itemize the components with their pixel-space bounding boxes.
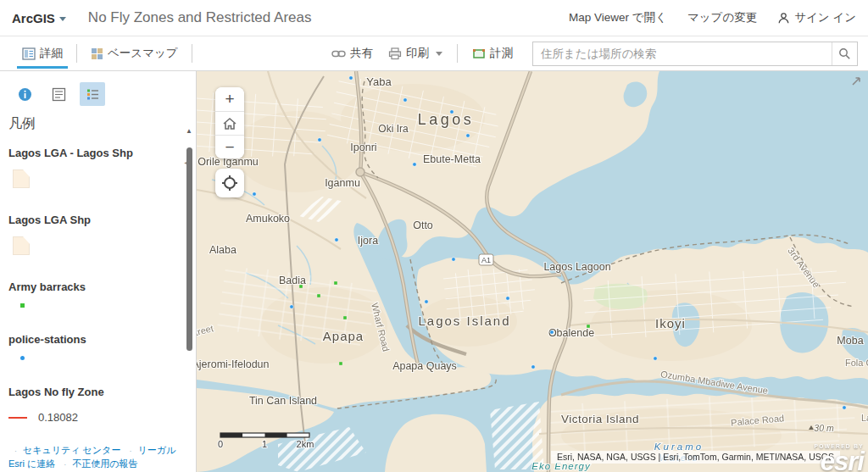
police-station-dot[interactable] [253, 192, 257, 197]
security-center-link[interactable]: セキュリティ センター [23, 445, 120, 455]
details-label: 詳細 [40, 46, 63, 61]
expand-map-button[interactable] [850, 75, 863, 91]
page-title: No Fly Zones and Restricted Areas [88, 9, 312, 26]
army-barracks-dot[interactable] [339, 362, 342, 365]
police-station-dot[interactable] [413, 163, 417, 167]
army-barracks-dot[interactable] [343, 316, 347, 319]
map-label: Ajeromi-Ifelodun [197, 358, 270, 370]
measure-icon [472, 47, 486, 59]
map-label: Alaba [209, 244, 236, 256]
zoom-in-button[interactable]: + [215, 87, 244, 111]
measure-label: 計測 [490, 46, 513, 61]
arcgis-logo[interactable]: ArcGIS [12, 11, 55, 25]
scrollbar-thumb[interactable] [186, 147, 192, 351]
map-label: Badia [279, 275, 306, 286]
search-input[interactable] [533, 47, 832, 60]
police-station-dot[interactable] [425, 300, 429, 304]
print-button[interactable]: 印刷 [381, 46, 450, 61]
police-station-dot[interactable] [466, 134, 470, 138]
police-station-dot[interactable] [450, 110, 454, 114]
locate-icon [221, 175, 238, 192]
footer-dot: · [64, 460, 66, 469]
home-button[interactable] [215, 111, 244, 135]
sidebar-scrollbar[interactable]: ▲ ▼ [186, 137, 194, 436]
arcgis-map-viewer: ArcGIS No Fly Zones and Restricted Areas… [0, 0, 868, 472]
details-icon [22, 47, 36, 60]
police-station-dot[interactable] [531, 365, 536, 369]
map-label: Ijora [358, 235, 378, 247]
basemap-icon [91, 47, 103, 60]
police-station-dot[interactable] [550, 330, 554, 335]
zoom-out-button[interactable]: − [215, 135, 244, 158]
esri-wordmark: esri [815, 449, 864, 472]
map-label: Lagos Island [418, 314, 510, 328]
army-barracks-dot[interactable] [587, 325, 590, 328]
app-header: ArcGIS No Fly Zones and Restricted Areas… [0, 0, 868, 36]
legend-list: Lagos LGA - Lagos ShpLagos LGA ShpArmy b… [0, 133, 196, 472]
basemap: A1 YabaLagosOki IraIponriEbute-MettaIgan… [197, 71, 868, 472]
legend-line-row: 0.18082 [8, 411, 187, 424]
map-label: Iganmu [325, 177, 360, 189]
search-box [532, 42, 858, 66]
modify-map-link[interactable]: マップの変更 [687, 10, 757, 25]
police-station-dot[interactable] [335, 238, 339, 242]
open-in-map-viewer-link[interactable]: Map Viewer で開く [569, 10, 667, 25]
search-button[interactable] [832, 42, 857, 65]
police-station-dot[interactable] [349, 76, 353, 81]
legend-item-label: Lagos No fly Zone [8, 386, 187, 398]
sign-in-link[interactable]: サイン イン [777, 10, 856, 25]
sign-in-label: サイン イン [794, 10, 856, 25]
basemap-label: ベースマップ [108, 46, 178, 61]
home-icon [222, 117, 237, 130]
esri-logo: POWERED BY esri [815, 443, 864, 472]
police-station-dot[interactable] [654, 357, 658, 361]
scroll-up-arrow[interactable]: ▲ [186, 127, 192, 135]
search-icon [838, 47, 851, 60]
tab-details[interactable]: 詳細 [15, 36, 70, 70]
toolbar-separator [192, 44, 192, 63]
share-button[interactable]: 共有 [324, 46, 381, 61]
map-canvas[interactable]: A1 YabaLagosOki IraIponriEbute-MettaIgan… [197, 71, 868, 472]
legend-line-value: 0.18082 [38, 411, 78, 424]
map-label: Tin Can Island [249, 395, 317, 407]
map-label: Amukoko [246, 213, 290, 225]
route-shield: A1 [479, 254, 493, 265]
army-barracks-dot[interactable] [317, 294, 320, 297]
content-tab[interactable] [46, 82, 71, 106]
police-station-dot[interactable] [843, 406, 847, 410]
police-station-dot[interactable] [318, 138, 322, 142]
share-label: 共有 [350, 46, 373, 61]
legend-tab[interactable] [80, 82, 105, 106]
report-abuse-link[interactable]: 不正使用の報告 [72, 458, 137, 469]
svg-text:A1: A1 [481, 256, 491, 264]
legal-link[interactable]: リーガル [137, 445, 175, 455]
about-tab[interactable] [12, 82, 37, 106]
map-label: Lagos Lagoon [543, 261, 610, 273]
legend-title: 凡例 [8, 115, 196, 133]
tab-basemap[interactable]: ベースマップ [84, 36, 185, 70]
army-barracks-dot[interactable] [334, 281, 337, 285]
police-station-dot[interactable] [290, 305, 294, 309]
contact-esri-link[interactable]: Esri に連絡 [8, 458, 55, 469]
map-label: Apapa [323, 329, 364, 343]
police-station-dot[interactable] [452, 258, 456, 262]
toolbar: 詳細 ベースマップ 共有 印刷 計測 [0, 36, 868, 71]
map-label: Yaba [366, 75, 392, 88]
legend-point-swatch [20, 303, 25, 308]
locate-button[interactable] [215, 169, 244, 197]
link-icon [331, 49, 346, 58]
legend-item-label: Lagos LGA Shp [8, 214, 187, 226]
police-station-dot[interactable] [506, 297, 510, 301]
brand-dropdown-caret-icon[interactable] [59, 17, 66, 21]
legend-line-swatch [8, 417, 27, 419]
legend-point-swatch [20, 356, 25, 360]
content-icon [52, 87, 66, 102]
toolbar-separator [76, 44, 77, 63]
police-station-dot[interactable] [403, 98, 408, 103]
measure-button[interactable]: 計測 [465, 46, 520, 61]
map-label: Lagos [418, 111, 475, 128]
map-label: Otto [413, 219, 433, 231]
print-label: 印刷 [406, 46, 429, 61]
svg-text:2km: 2km [297, 439, 314, 449]
army-barracks-dot[interactable] [299, 285, 303, 288]
